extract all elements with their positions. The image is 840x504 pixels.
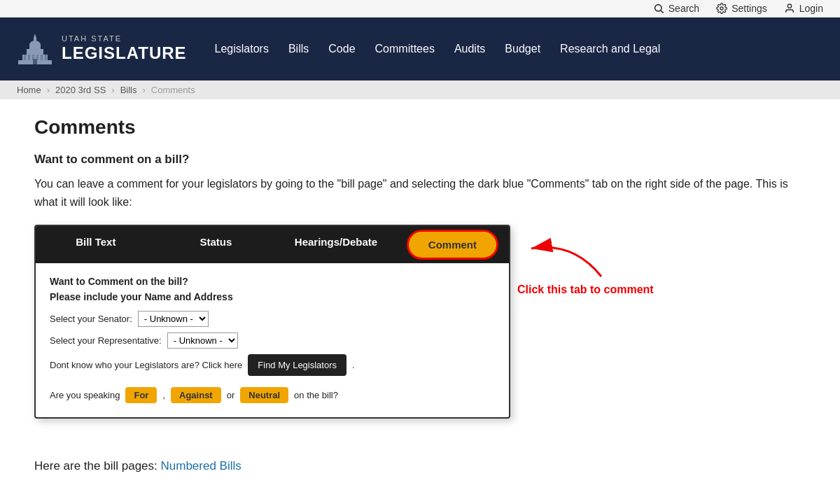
utah-state-text: UTAH STATE (62, 34, 187, 43)
nav-item-audits[interactable]: Audits (454, 43, 485, 55)
main-content: Comments Want to comment on a bill? You … (18, 99, 822, 501)
bill-form-area: Want to Comment on the bill? Please incl… (36, 263, 509, 417)
nav-link-research[interactable]: Research and Legal (560, 43, 660, 55)
settings-button[interactable]: Settings (716, 3, 767, 14)
user-icon (784, 3, 795, 14)
speaking-prompt: Are you speaking (50, 390, 120, 400)
bill-tabs-row: Bill Text Status Hearings/Debate Comment (36, 226, 509, 263)
nav-list: Legislators Bills Code Committees Audits… (215, 43, 661, 55)
breadcrumb-current: Comments (151, 85, 195, 95)
find-legislators-prompt: Dont know who your Legislators are? Clic… (50, 360, 242, 370)
nav-link-legislators[interactable]: Legislators (215, 43, 269, 55)
find-legislators-period: . (352, 360, 355, 370)
tab-bill-text[interactable]: Bill Text (36, 226, 156, 263)
svg-rect-13 (45, 55, 47, 60)
form-heading: Want to Comment on the bill? (50, 276, 495, 287)
svg-marker-16 (34, 34, 36, 38)
breadcrumb-bills[interactable]: Bills (120, 85, 137, 95)
breadcrumb-session[interactable]: 2020 3rd SS (55, 85, 106, 95)
section-heading: Want to comment on a bill? (34, 153, 806, 167)
nav-item-code[interactable]: Code (328, 43, 355, 55)
search-button[interactable]: Search (653, 3, 699, 14)
svg-point-3 (788, 4, 791, 8)
nav-item-budget[interactable]: Budget (505, 43, 540, 55)
logo[interactable]: UTAH STATE LEGISLATURE (17, 31, 187, 67)
main-nav: Legislators Bills Code Committees Audits… (215, 43, 661, 55)
nav-item-bills[interactable]: Bills (288, 43, 309, 55)
tab-comment[interactable]: Comment (407, 230, 498, 260)
nav-link-committees[interactable]: Committees (375, 43, 435, 55)
comma: , (162, 390, 165, 400)
breadcrumb-home[interactable]: Home (17, 85, 41, 95)
find-legislators-row: Dont know who your Legislators are? Clic… (50, 354, 495, 376)
senator-label: Select your Senator: (50, 314, 132, 324)
search-label: Search (668, 3, 699, 14)
gear-icon (716, 3, 727, 14)
annotation-area: Click this tab to comment (510, 225, 654, 296)
neutral-button[interactable]: Neutral (240, 387, 288, 403)
nav-item-research[interactable]: Research and Legal (560, 43, 660, 55)
for-button[interactable]: For (125, 387, 157, 403)
svg-line-1 (661, 10, 664, 13)
login-button[interactable]: Login (784, 3, 823, 14)
page-title: Comments (34, 116, 806, 139)
site-header: UTAH STATE LEGISLATURE Legislators Bills… (0, 18, 840, 80)
tab-hearings[interactable]: Hearings/Debate (276, 226, 396, 263)
svg-rect-9 (28, 55, 30, 60)
find-legislators-tooltip[interactable]: Find My Legislators (248, 354, 346, 376)
svg-rect-8 (24, 55, 26, 60)
senator-select[interactable]: - Unknown - (138, 311, 209, 327)
svg-point-2 (720, 7, 723, 10)
nav-item-committees[interactable]: Committees (375, 43, 435, 55)
legislature-text: LEGISLATURE (62, 43, 187, 64)
nav-item-legislators[interactable]: Legislators (215, 43, 269, 55)
representative-label: Select your Representative: (50, 335, 162, 346)
svg-rect-6 (27, 49, 43, 55)
svg-rect-15 (34, 38, 36, 45)
numbered-bills-link[interactable]: Numbered Bills (161, 459, 241, 472)
click-hint-text: Click this tab to comment (517, 284, 654, 296)
login-label: Login (799, 3, 823, 14)
on-bill-text: on the bill? (294, 390, 338, 400)
representative-row: Select your Representative: - Unknown - (50, 332, 495, 349)
breadcrumb: Home › 2020 3rd SS › Bills › Comments (0, 80, 840, 99)
form-subheading: Please include your Name and Address (50, 291, 495, 302)
svg-rect-17 (33, 59, 37, 64)
nav-link-audits[interactable]: Audits (454, 43, 485, 55)
representative-select[interactable]: - Unknown - (167, 332, 238, 349)
top-bar: Search Settings Login (0, 0, 840, 18)
against-button[interactable]: Against (171, 387, 221, 403)
capitol-icon (17, 31, 53, 67)
settings-label: Settings (732, 3, 767, 14)
nav-link-budget[interactable]: Budget (505, 43, 540, 55)
search-icon (653, 3, 664, 14)
or-label: or (227, 390, 235, 400)
tab-status[interactable]: Status (156, 226, 276, 263)
bill-preview: Bill Text Status Hearings/Debate Comment… (34, 225, 510, 419)
find-legislators-label: Find My Legislators (258, 360, 337, 370)
svg-point-0 (654, 5, 661, 11)
nav-link-bills[interactable]: Bills (288, 43, 309, 55)
intro-text: You can leave a comment for your legisla… (34, 175, 806, 211)
svg-rect-12 (41, 55, 43, 60)
senator-row: Select your Senator: - Unknown - (50, 311, 495, 327)
bottom-text: Here are the bill pages: Numbered Bills (34, 459, 806, 473)
speaking-row: Are you speaking For , Against or Neutra… (50, 387, 495, 403)
nav-link-code[interactable]: Code (328, 43, 355, 55)
